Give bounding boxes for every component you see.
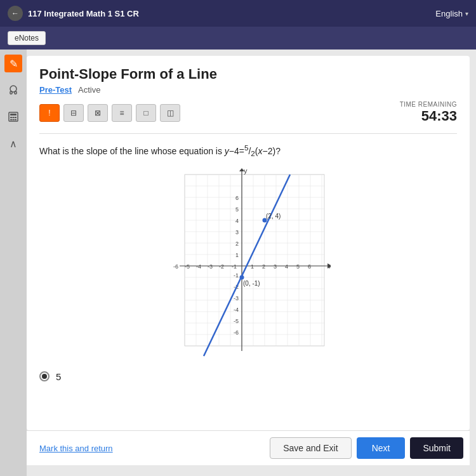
svg-text:x: x: [329, 262, 331, 270]
back-button[interactable]: ←: [8, 6, 23, 21]
page-title: Point-Slope Form of a Line: [39, 66, 457, 83]
headphone-tool-button[interactable]: [4, 81, 22, 99]
action-bar: Mark this and return Save and Exit Next …: [27, 430, 470, 465]
svg-rect-9: [13, 119, 15, 121]
flag-icon: !: [48, 109, 50, 117]
svg-text:-1: -1: [234, 272, 239, 279]
top-navigation-bar: ← 117 Integrated Math 1 S1 CR English ▾: [0, 0, 476, 27]
next-button[interactable]: Next: [357, 437, 406, 459]
tool-button-1[interactable]: ⊟: [63, 104, 84, 122]
answer-option-1: 5: [39, 371, 457, 382]
svg-text:4: 4: [285, 263, 288, 270]
svg-text:6: 6: [308, 263, 311, 270]
mark-return-link[interactable]: Mark this and return: [39, 444, 113, 453]
question-text: What is the slope of the line whose equa…: [39, 143, 457, 159]
tool-4-icon: □: [143, 109, 148, 117]
svg-text:3: 3: [235, 229, 239, 235]
svg-rect-8: [10, 119, 12, 121]
svg-text:5: 5: [235, 206, 239, 213]
coordinate-graph: x y -6 -5 -4 -3 -2 -1 1 2 3 4 5 6: [166, 168, 331, 359]
collapse-tool-button[interactable]: ∧: [4, 135, 22, 152]
svg-text:2: 2: [235, 241, 239, 247]
svg-text:y: y: [244, 168, 248, 175]
submit-button[interactable]: Submit: [410, 437, 463, 459]
content-panel: Point-Slope Form of a Line Pre-Test Acti…: [27, 50, 476, 476]
svg-text:-2: -2: [219, 263, 224, 270]
svg-rect-10: [15, 119, 17, 121]
save-exit-button[interactable]: Save and Exit: [270, 437, 351, 459]
svg-rect-5: [10, 117, 12, 118]
tool-button-4[interactable]: □: [136, 104, 156, 122]
language-label: English: [435, 9, 463, 18]
pre-test-link[interactable]: Pre-Test: [39, 85, 72, 95]
svg-text:-3: -3: [234, 295, 239, 301]
left-sidebar: ✎ ∧: [0, 50, 27, 476]
question-divider: [39, 133, 457, 134]
tool-1-icon: ⊟: [70, 109, 77, 117]
tool-button-2[interactable]: ⊠: [88, 104, 108, 122]
svg-rect-7: [15, 117, 17, 118]
top-bar-left: ← 117 Integrated Math 1 S1 CR: [8, 6, 139, 21]
svg-text:1: 1: [251, 263, 254, 270]
svg-text:3: 3: [274, 263, 277, 270]
svg-text:-6: -6: [173, 263, 178, 270]
question-container: Point-Slope Form of a Line Pre-Test Acti…: [27, 56, 470, 430]
svg-text:-3: -3: [208, 263, 213, 270]
svg-point-74: [240, 275, 244, 279]
svg-text:6: 6: [235, 195, 239, 201]
tool-button-5[interactable]: ◫: [160, 104, 180, 122]
svg-text:2: 2: [262, 263, 265, 270]
svg-rect-4: [10, 114, 17, 116]
answer-options: 5: [39, 371, 457, 382]
graph-container: x y -6 -5 -4 -3 -2 -1 1 2 3 4 5 6: [166, 168, 331, 361]
main-content: ✎ ∧ Point-Slop: [0, 50, 476, 476]
time-value: 54:33: [400, 108, 457, 124]
top-bar-right: English ▾: [435, 9, 468, 18]
calculator-tool-button[interactable]: [4, 108, 22, 126]
timer-section: TIME REMAINING 54:33: [400, 101, 457, 124]
time-remaining-label: TIME REMAINING: [400, 101, 457, 108]
tool-button-3[interactable]: ≡: [112, 104, 132, 122]
svg-rect-2: [15, 91, 17, 94]
tool-3-icon: ≡: [119, 109, 124, 117]
svg-rect-6: [13, 117, 15, 118]
svg-rect-11: [185, 175, 324, 346]
active-badge: Active: [78, 85, 100, 95]
flag-button[interactable]: !: [39, 104, 60, 122]
secondary-bar: eNotes: [0, 27, 476, 50]
language-selector[interactable]: English ▾: [435, 9, 468, 18]
svg-text:-6: -6: [234, 329, 239, 336]
svg-text:-5: -5: [234, 318, 239, 324]
pencil-tool-button[interactable]: ✎: [4, 55, 22, 72]
svg-text:-4: -4: [196, 263, 201, 270]
svg-text:(2, 4): (2, 4): [266, 213, 281, 220]
svg-text:-1: -1: [232, 263, 237, 270]
toolbar-row: ! ⊟ ⊠ ≡ □ ◫: [39, 101, 457, 124]
svg-rect-1: [10, 91, 12, 94]
enotes-button[interactable]: eNotes: [8, 31, 46, 45]
answer-label-1: 5: [56, 371, 61, 382]
svg-text:-5: -5: [185, 263, 190, 270]
tool-2-icon: ⊠: [95, 109, 101, 117]
svg-text:-4: -4: [234, 307, 239, 313]
subtitle-row: Pre-Test Active: [39, 85, 457, 95]
course-title: 117 Integrated Math 1 S1 CR: [28, 9, 139, 18]
svg-text:4: 4: [235, 218, 239, 224]
toolbar-left: ! ⊟ ⊠ ≡ □ ◫: [39, 104, 180, 122]
radio-button-1[interactable]: [39, 371, 50, 381]
svg-text:(0, -1): (0, -1): [243, 280, 260, 287]
svg-text:5: 5: [296, 263, 300, 270]
chevron-down-icon: ▾: [465, 10, 468, 17]
svg-text:1: 1: [235, 252, 239, 258]
action-buttons: Save and Exit Next Submit: [270, 437, 463, 459]
tool-5-icon: ◫: [167, 109, 174, 117]
